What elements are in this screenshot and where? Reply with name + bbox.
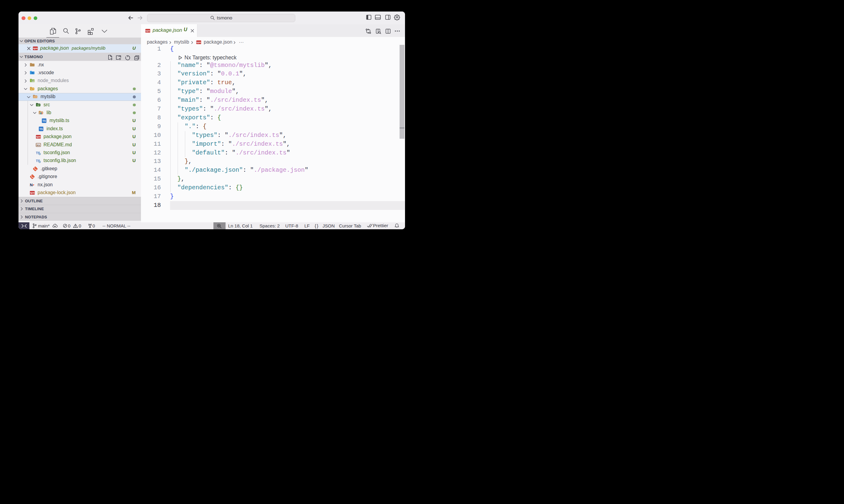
svg-text:JS: JS [32,80,34,83]
